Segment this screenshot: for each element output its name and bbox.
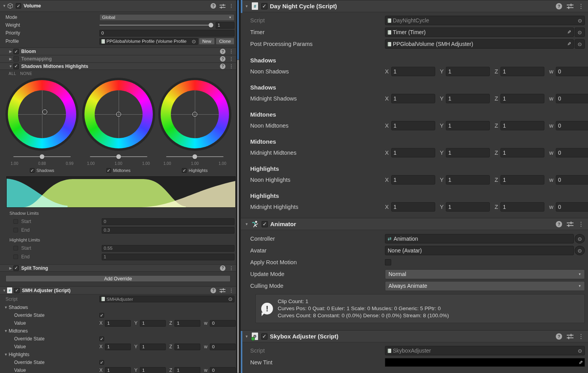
presets-icon[interactable] (567, 221, 573, 227)
presets-icon[interactable] (220, 4, 225, 9)
kebab-menu-icon[interactable]: ⋮ (229, 4, 234, 8)
skybox-adjuster-enabled-checkbox[interactable]: ✓ (261, 333, 267, 340)
color-wheel[interactable] (158, 78, 231, 151)
w-field[interactable]: 0 (556, 202, 588, 212)
kebab-menu-icon[interactable]: ⋮ (229, 288, 234, 293)
z-field[interactable]: 1 (500, 121, 544, 130)
foldout-arrow-icon[interactable]: ▼ (244, 4, 249, 8)
limit-checkbox[interactable] (13, 246, 18, 250)
avatar-object-field[interactable]: None (Avatar) (385, 246, 574, 255)
color-indicator[interactable] (42, 110, 48, 115)
x-field[interactable]: 1 (391, 202, 435, 212)
limit-checkbox[interactable] (13, 254, 18, 259)
override-state-checkbox[interactable]: ✓ (99, 313, 104, 318)
limit-checkbox[interactable] (13, 228, 18, 232)
scrollbar-track[interactable] (237, 0, 239, 60)
z-field[interactable]: 1 (500, 148, 544, 157)
highlight-end-field[interactable]: 1 (102, 254, 234, 260)
kebab-menu-icon[interactable]: ⋮ (229, 266, 234, 271)
split-toning-enabled-checkbox[interactable]: ✓ (13, 265, 19, 271)
z-field[interactable]: 1 (174, 320, 200, 327)
foldout-arrow-icon[interactable]: ▼ (3, 353, 9, 357)
x-field[interactable]: 1 (391, 121, 435, 130)
color-wheel[interactable] (5, 78, 79, 151)
w-field[interactable]: 0 (556, 175, 588, 185)
w-field[interactable]: 0 (556, 121, 588, 130)
w-field[interactable]: 0 (556, 94, 588, 103)
x-field[interactable]: 1 (391, 175, 435, 185)
x-field[interactable]: 1 (105, 344, 131, 350)
volume-component-header[interactable]: ▼ ✓ Volume ? ⋮ (0, 0, 236, 12)
slider-handle[interactable] (116, 154, 121, 159)
weight-slider[interactable] (99, 22, 213, 28)
w-field[interactable]: 0 (210, 367, 236, 373)
object-picker-icon[interactable]: ⊙ (578, 348, 582, 353)
skybox-adjuster-component-header[interactable]: ▼ ⚙ ✓ Skybox Adjuster (Script) ? ⋮ (241, 330, 588, 342)
help-icon[interactable]: ? (220, 265, 225, 271)
add-override-button[interactable]: Add Override (5, 275, 231, 282)
z-field[interactable]: 1 (500, 67, 544, 76)
wheel-highlights-checkbox[interactable]: ✓ (182, 168, 187, 173)
foldout-arrow-icon[interactable]: ▶ (8, 57, 13, 61)
smh-adjuster-component-header[interactable]: ▼ # ✓ SMH Adjuster (Script) ? ⋮ (0, 286, 236, 294)
foldout-arrow-icon[interactable]: ▼ (2, 289, 7, 293)
y-field[interactable]: 1 (446, 148, 490, 157)
help-icon[interactable]: ? (211, 3, 216, 9)
edit-pen-icon[interactable]: ✎ (567, 30, 571, 35)
override-state-checkbox[interactable]: ✓ (99, 336, 104, 341)
weight-field[interactable]: 1 (216, 22, 234, 29)
all-button[interactable]: ALL (9, 71, 16, 77)
help-icon[interactable]: ? (556, 3, 562, 9)
limit-checkbox[interactable] (13, 219, 18, 224)
object-picker-icon[interactable]: ⊙ (578, 18, 582, 23)
slider-handle[interactable] (192, 154, 197, 159)
day-night-cycle-enabled-checkbox[interactable]: ✓ (261, 3, 267, 9)
volume-enabled-checkbox[interactable]: ✓ (16, 3, 21, 9)
z-field[interactable]: 1 (174, 344, 200, 350)
help-icon[interactable]: ? (220, 49, 225, 54)
w-field[interactable]: 0 (210, 344, 236, 350)
new-tint-color-field[interactable]: ✎ (385, 358, 585, 367)
z-field[interactable]: 1 (500, 175, 544, 185)
foldout-arrow-icon[interactable]: ▼ (244, 335, 249, 338)
script-object-field[interactable]: DayNightCycle ⊙ (385, 16, 585, 25)
help-icon[interactable]: ? (556, 221, 562, 227)
help-icon[interactable]: ? (220, 56, 225, 62)
script-object-field[interactable]: SkyboxAdjuster ⊙ (385, 346, 585, 355)
profile-object-field[interactable]: PPGlobalVolume Profile (Volume Profile ⊙ (99, 38, 198, 45)
help-icon[interactable]: ? (211, 288, 216, 293)
kebab-menu-icon[interactable]: ⋮ (229, 49, 234, 54)
z-field[interactable]: 1 (500, 202, 544, 212)
day-night-cycle-component-header[interactable]: ▼ # ✓ Day Night Cycle (Script) ? ⋮ (241, 0, 588, 12)
scrollbar-thumb[interactable] (237, 60, 239, 373)
x-field[interactable]: 1 (391, 148, 435, 157)
foldout-arrow-icon[interactable]: ▶ (8, 266, 13, 270)
post-processing-params-object-field[interactable]: PPGlobalVolume (SMH Adjuster) ✎ (385, 39, 574, 49)
override-state-checkbox[interactable]: ✓ (99, 360, 104, 365)
clone-button[interactable]: Clone (216, 38, 234, 45)
tonemapping-enabled-checkbox[interactable] (13, 56, 19, 62)
animator-enabled-checkbox[interactable]: ✓ (262, 221, 268, 227)
presets-icon[interactable] (567, 333, 573, 339)
y-field[interactable]: 1 (140, 344, 166, 350)
foldout-arrow-icon[interactable]: ▼ (3, 305, 9, 309)
x-field[interactable]: 1 (391, 67, 435, 76)
object-picker-icon[interactable]: ⊙ (228, 296, 233, 302)
presets-icon[interactable] (567, 3, 573, 9)
highlight-start-field[interactable]: 0.55 (102, 245, 234, 252)
color-indicator[interactable] (192, 112, 198, 117)
priority-field[interactable]: 0 (99, 30, 234, 37)
foldout-arrow-icon[interactable]: ▼ (3, 329, 9, 333)
object-picker-icon[interactable]: ⊙ (192, 39, 196, 44)
smh-override-header[interactable]: ▼ ✓ Shadows Midtones Highlights ? ⋮ (0, 62, 236, 70)
mode-dropdown[interactable]: Global ▼ (99, 14, 234, 21)
object-picker-icon[interactable]: ⊙ (578, 248, 582, 253)
edit-pen-icon[interactable]: ✎ (567, 42, 571, 46)
y-field[interactable]: 1 (140, 367, 166, 373)
help-icon[interactable]: ? (556, 333, 562, 340)
z-field[interactable]: 1 (500, 94, 544, 103)
foldout-highlights[interactable]: ▼Highlights (0, 351, 236, 358)
wheel-value-slider[interactable] (90, 154, 147, 159)
bloom-enabled-checkbox[interactable]: ✓ (13, 49, 19, 54)
kebab-menu-icon[interactable]: ⋮ (229, 64, 234, 69)
